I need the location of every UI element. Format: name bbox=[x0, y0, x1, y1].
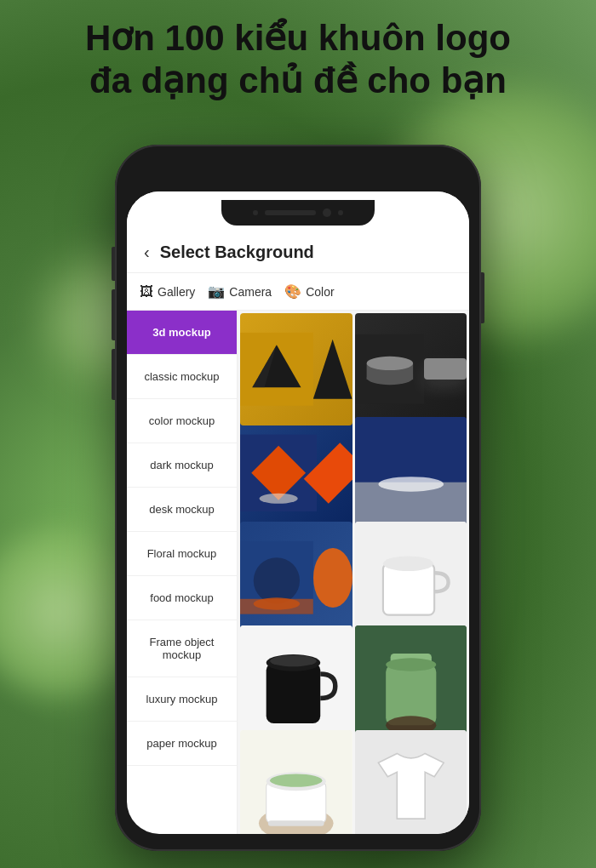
volume-up-button bbox=[112, 289, 115, 340]
gallery-tab[interactable]: 🖼 Gallery bbox=[140, 283, 195, 300]
title-line2: đa dạng chủ đề cho bạn bbox=[89, 60, 507, 100]
title-line1: Hơn 100 kiểu khuôn logo bbox=[85, 18, 511, 58]
camera-icon: 📷 bbox=[208, 283, 225, 300]
svg-rect-18 bbox=[382, 563, 433, 614]
camera-tab[interactable]: 📷 Camera bbox=[208, 283, 272, 300]
screen-title: Select Background bbox=[160, 243, 314, 262]
grid-item-desk-white-mug[interactable] bbox=[355, 522, 467, 634]
grid-item-3d-gold[interactable] bbox=[240, 313, 352, 425]
category-item-dark-mockup[interactable]: dark mockup bbox=[127, 443, 237, 488]
phone-screen: ‹ Select Background 🖼 Gallery 📷 Camera 🎨 bbox=[127, 191, 469, 834]
grid-item-desk-blue-circle[interactable] bbox=[240, 522, 352, 634]
notch-speaker bbox=[265, 210, 316, 215]
category-item-desk-mockup[interactable]: desk mockup bbox=[127, 488, 237, 532]
grid-item-luxury-shirt[interactable] bbox=[355, 730, 467, 834]
svg-point-19 bbox=[382, 556, 433, 571]
gallery-label: Gallery bbox=[158, 285, 195, 299]
page-title: Hơn 100 kiểu khuôn logo đa dạng chủ đề c… bbox=[26, 17, 570, 103]
category-item-paper-mockup[interactable]: paper mockup bbox=[127, 722, 237, 766]
notch-sensor bbox=[253, 210, 258, 215]
grid-item-3d-dark-cylinder[interactable] bbox=[355, 313, 467, 425]
color-label: Color bbox=[306, 285, 334, 299]
category-item-classic-mockup[interactable]: classic mockup bbox=[127, 355, 237, 399]
title-area: Hơn 100 kiểu khuôn logo đa dạng chủ đề c… bbox=[0, 0, 596, 111]
svg-point-9 bbox=[260, 494, 298, 504]
screen-body: 3d mockup classic mockup color mockup da… bbox=[127, 311, 469, 834]
grid-item-food-black-mug[interactable] bbox=[240, 625, 352, 738]
category-item-color-mockup[interactable]: color mockup bbox=[127, 399, 237, 443]
mute-button bbox=[112, 247, 115, 281]
svg-point-34 bbox=[270, 774, 322, 786]
category-item-frame-object-mockup[interactable]: Frame object mockup bbox=[127, 620, 237, 677]
color-tab[interactable]: 🎨 Color bbox=[284, 283, 334, 300]
grid-item-color-blue-plate[interactable] bbox=[355, 417, 467, 529]
category-item-floral-mockup[interactable]: Floral mockup bbox=[127, 532, 237, 576]
svg-rect-21 bbox=[266, 663, 321, 723]
svg-rect-16 bbox=[240, 599, 313, 614]
back-button[interactable]: ‹ bbox=[144, 243, 150, 262]
volume-down-button bbox=[112, 349, 115, 400]
grid-item-color-blue-diamond[interactable] bbox=[240, 417, 352, 529]
svg-rect-33 bbox=[268, 820, 324, 826]
phone-wrapper: ‹ Select Background 🖼 Gallery 📷 Camera 🎨 bbox=[115, 145, 481, 851]
source-tabs: 🖼 Gallery 📷 Camera 🎨 Color bbox=[127, 273, 469, 311]
grid-item-food-green-cup[interactable] bbox=[355, 625, 467, 738]
svg-point-12 bbox=[378, 477, 444, 493]
camera-label: Camera bbox=[229, 285, 272, 299]
category-item-luxury-mockup[interactable]: luxury mockup bbox=[127, 677, 237, 722]
grid-item-luxury-cup[interactable] bbox=[240, 730, 352, 834]
phone-notch bbox=[221, 200, 375, 226]
category-list: 3d mockup classic mockup color mockup da… bbox=[127, 311, 238, 834]
phone-shell: ‹ Select Background 🖼 Gallery 📷 Camera 🎨 bbox=[115, 145, 481, 851]
image-grid bbox=[238, 311, 469, 834]
category-item-food-mockup[interactable]: food mockup bbox=[127, 576, 237, 620]
gallery-icon: 🖼 bbox=[140, 284, 153, 300]
svg-point-6 bbox=[366, 357, 413, 370]
category-item-3d-mockup[interactable]: 3d mockup bbox=[127, 311, 237, 355]
color-icon: 🎨 bbox=[284, 283, 301, 300]
svg-point-14 bbox=[254, 557, 300, 603]
notch-camera bbox=[323, 208, 331, 217]
power-button bbox=[481, 272, 484, 323]
notch-dot bbox=[338, 210, 343, 215]
screen-content: ‹ Select Background 🖼 Gallery 📷 Camera 🎨 bbox=[127, 191, 469, 834]
svg-point-23 bbox=[270, 655, 317, 666]
svg-point-27 bbox=[386, 659, 436, 671]
